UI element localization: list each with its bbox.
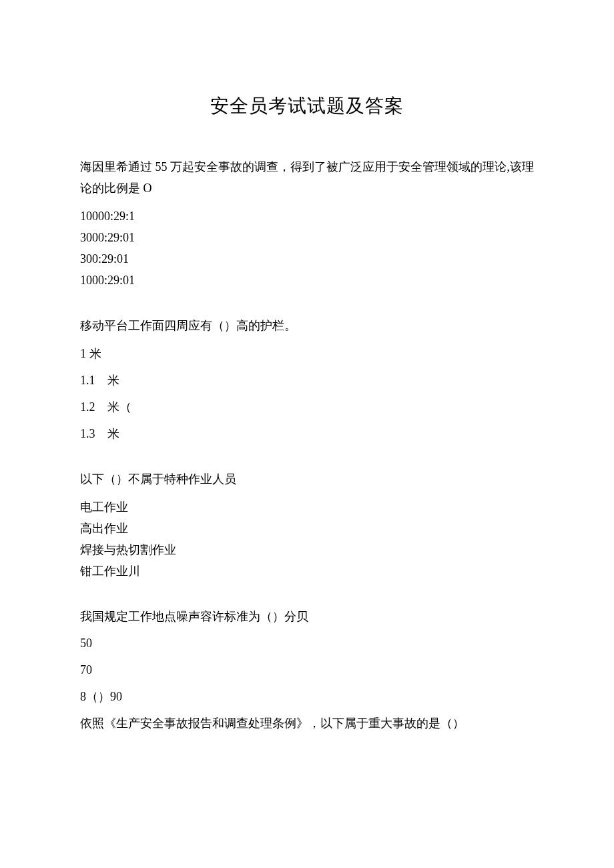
question-1-option-d: 1000:29:01 bbox=[80, 270, 534, 291]
question-2-stem: 移动平台工作面四周应有（）高的护栏。 bbox=[80, 315, 534, 336]
question-2-option-c: 1.2 米（ bbox=[80, 396, 534, 418]
question-2-options: 1 米 1.1 米 1.2 米（ 1.3 米 bbox=[80, 343, 534, 444]
document-page: 安全员考试试题及答案 海因里希通过 55 万起安全事故的调查，得到了被广泛应用于… bbox=[0, 0, 614, 868]
question-1-option-b: 3000:29:01 bbox=[80, 227, 534, 248]
question-3: 以下（）不属于特种作业人员 电工作业 高出作业 焊接与热切割作业 钳工作业川 bbox=[80, 468, 534, 582]
question-1: 海因里希通过 55 万起安全事故的调查，得到了被广泛应用于安全管理领域的理论,该… bbox=[80, 156, 534, 291]
question-3-option-c: 焊接与热切割作业 bbox=[80, 539, 534, 560]
question-1-option-a: 10000:29:1 bbox=[80, 205, 534, 227]
question-3-stem: 以下（）不属于特种作业人员 bbox=[80, 468, 534, 490]
question-3-option-b: 高出作业 bbox=[80, 518, 534, 539]
question-3-option-d: 钳工作业川 bbox=[80, 560, 534, 582]
question-4: 我国规定工作地点噪声容许标准为（）分贝 50 70 8（）90 依照《生产安全事… bbox=[80, 606, 534, 734]
question-1-stem: 海因里希通过 55 万起安全事故的调查，得到了被广泛应用于安全管理领域的理论,该… bbox=[80, 156, 534, 199]
question-4-option-a: 50 bbox=[80, 632, 534, 654]
question-3-option-a: 电工作业 bbox=[80, 496, 534, 518]
question-1-options: 10000:29:1 3000:29:01 300:29:01 1000:29:… bbox=[80, 205, 534, 291]
question-1-option-c: 300:29:01 bbox=[80, 248, 534, 270]
question-4-option-cd: 8（）90 bbox=[80, 686, 534, 707]
question-2-option-d: 1.3 米 bbox=[80, 423, 534, 444]
question-3-options: 电工作业 高出作业 焊接与热切割作业 钳工作业川 bbox=[80, 496, 534, 582]
question-2-option-a: 1 米 bbox=[80, 343, 534, 364]
question-5-stem: 依照《生产安全事故报告和调查处理条例》，以下属于重大事故的是（） bbox=[80, 713, 534, 734]
question-4-stem: 我国规定工作地点噪声容许标准为（）分贝 bbox=[80, 606, 534, 627]
question-2: 移动平台工作面四周应有（）高的护栏。 1 米 1.1 米 1.2 米（ 1.3 … bbox=[80, 315, 534, 444]
page-title: 安全员考试试题及答案 bbox=[80, 93, 534, 119]
question-2-option-b: 1.1 米 bbox=[80, 370, 534, 391]
question-4-option-b: 70 bbox=[80, 659, 534, 681]
